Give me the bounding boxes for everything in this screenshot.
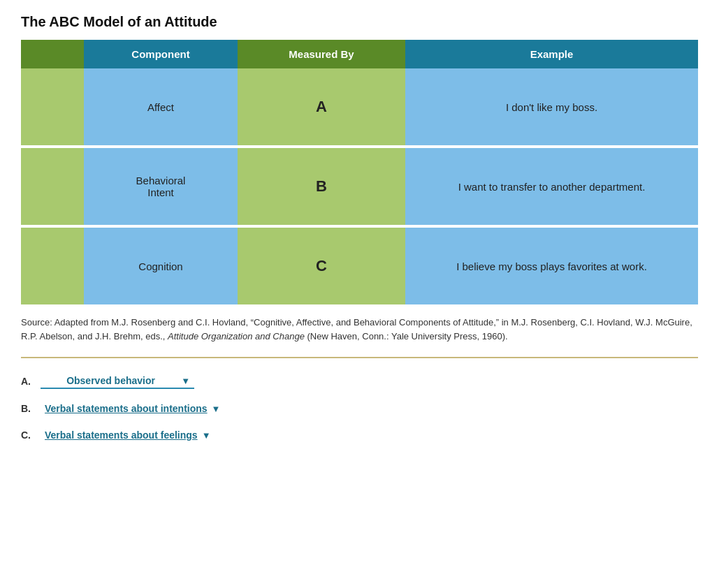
measured-cognition: C <box>238 228 405 304</box>
source-citation: Source: Adapted from M.J. Rosenberg and … <box>21 316 698 343</box>
dropdown-arrow-a: ▼ <box>181 376 190 386</box>
quiz-answer-c: Verbal statements about feelings <box>45 429 198 441</box>
table-row: Affect A I don't like my boss. <box>21 68 698 145</box>
component-behavioral: BehavioralIntent <box>84 148 238 225</box>
row-green-accent-2 <box>21 148 84 225</box>
quiz-label-b: B. <box>21 403 41 414</box>
abc-table: Component Measured By Example Affect A I… <box>21 40 698 304</box>
row-green-accent-1 <box>21 68 84 145</box>
quiz-dropdown-b[interactable]: Verbal statements about intentions ▼ <box>41 402 224 416</box>
quiz-label-a: A. <box>21 376 41 387</box>
quiz-item-a: A. Observed behavior ▼ <box>21 374 698 389</box>
example-behavioral: I want to transfer to another department… <box>405 148 698 225</box>
quiz-answer-a: Observed behavior <box>45 375 177 386</box>
th-measured-by: Measured By <box>238 40 405 68</box>
quiz-answer-b: Verbal statements about intentions <box>45 403 208 414</box>
component-affect: Affect <box>84 68 238 145</box>
quiz-section: A. Observed behavior ▼ B. Verbal stateme… <box>21 374 698 442</box>
page-title: The ABC Model of an Attitude <box>21 14 698 30</box>
table-row: Cognition C I believe my boss plays favo… <box>21 228 698 304</box>
example-affect: I don't like my boss. <box>405 68 698 145</box>
quiz-dropdown-c[interactable]: Verbal statements about feelings ▼ <box>41 428 215 442</box>
section-divider <box>21 357 698 358</box>
th-spacer <box>21 40 84 68</box>
table-row: BehavioralIntent B I want to transfer to… <box>21 148 698 225</box>
quiz-item-c: C. Verbal statements about feelings ▼ <box>21 428 698 442</box>
th-component: Component <box>84 40 238 68</box>
th-example: Example <box>405 40 698 68</box>
quiz-item-b: B. Verbal statements about intentions ▼ <box>21 402 698 416</box>
quiz-dropdown-a[interactable]: Observed behavior ▼ <box>41 374 194 389</box>
dropdown-arrow-c: ▼ <box>202 430 211 441</box>
row-green-accent-3 <box>21 228 84 304</box>
example-cognition: I believe my boss plays favorites at wor… <box>405 228 698 304</box>
dropdown-arrow-b: ▼ <box>212 404 221 414</box>
component-cognition: Cognition <box>84 228 238 304</box>
measured-behavioral: B <box>238 148 405 225</box>
measured-affect: A <box>238 68 405 145</box>
quiz-label-c: C. <box>21 429 41 441</box>
